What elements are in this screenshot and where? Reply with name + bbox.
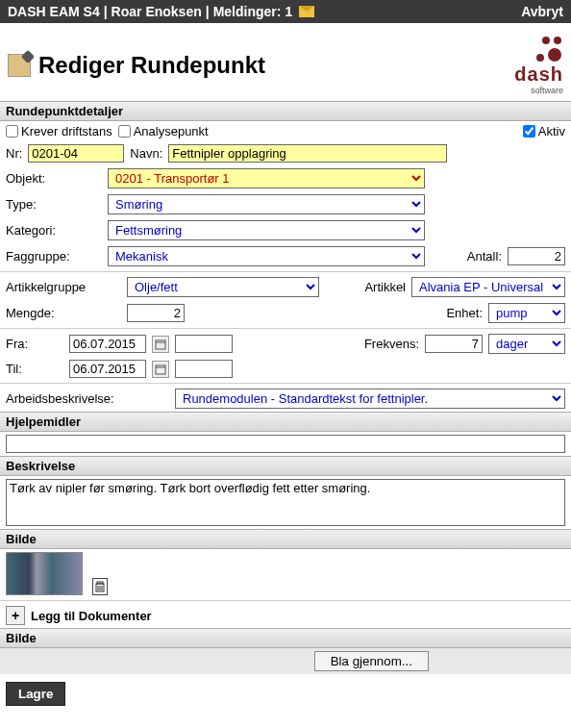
section-rundepunktdetaljer: Rundepunktdetaljer (0, 101, 571, 121)
frekvens-unit-select[interactable]: dager (488, 334, 565, 354)
topbar-left: DASH EAM S4 | Roar Enoksen | Meldinger: … (8, 4, 314, 19)
objekt-select[interactable]: 0201 - Transportør 1 (108, 168, 425, 188)
arbeidsbeskrivelse-label: Arbeidsbeskrivelse: (6, 391, 169, 406)
add-document-button[interactable]: + (6, 606, 25, 625)
file-browse-row: Bla gjennom... (0, 648, 571, 674)
page-title: Rediger Rundepunkt (38, 52, 265, 79)
section-beskrivelse: Beskrivelse (0, 456, 571, 476)
fra-date-input[interactable] (69, 335, 146, 353)
artikkelgruppe-label: Artikkelgruppe (6, 280, 121, 294)
kategori-label: Kategori: (6, 223, 102, 238)
objekt-label: Objekt: (6, 171, 102, 186)
svg-rect-0 (156, 340, 165, 349)
antall-input[interactable] (508, 247, 565, 265)
hjelpemidler-input[interactable] (6, 435, 565, 453)
type-select[interactable]: Smøring (108, 194, 425, 214)
section-hjelpemidler: Hjelpemidler (0, 412, 571, 432)
add-document-label: Legg til Dokumenter (31, 609, 152, 623)
section-bilde-1: Bilde (0, 529, 571, 549)
navn-label: Navn: (130, 146, 162, 161)
arbeidsbeskrivelse-select[interactable]: Rundemodulen - Standardtekst for fettnip… (175, 389, 565, 409)
til-label: Til: (6, 362, 63, 376)
fra-time-input[interactable] (175, 335, 233, 353)
faggruppe-select[interactable]: Mekanisk (108, 246, 425, 266)
mengde-input[interactable] (127, 304, 185, 322)
messages-count: 1 (285, 4, 292, 19)
fra-calendar-icon[interactable] (152, 336, 169, 353)
envelope-icon[interactable] (299, 6, 314, 17)
krever-driftstans-checkbox[interactable]: Krever driftstans (6, 124, 112, 138)
section-bilde-2: Bilde (0, 628, 571, 648)
til-calendar-icon[interactable] (152, 361, 169, 378)
cancel-link[interactable]: Avbryt (521, 4, 563, 19)
page-header: Rediger Rundepunkt dash software (0, 23, 571, 101)
artikkel-label: Artikkel (364, 280, 406, 294)
kategori-select[interactable]: Fettsmøring (108, 220, 425, 240)
artikkel-select[interactable]: Alvania EP - Universal EP- (411, 277, 565, 297)
antall-label: Antall: (467, 249, 502, 264)
analysepunkt-checkbox[interactable]: Analysepunkt (118, 124, 209, 138)
logo: dash software (514, 35, 563, 95)
top-bar: DASH EAM S4 | Roar Enoksen | Meldinger: … (0, 0, 571, 23)
enhet-label: Enhet: (446, 306, 483, 320)
frekvens-label: Frekvens: (364, 337, 419, 351)
delete-image-button[interactable] (92, 578, 108, 595)
aktiv-checkbox[interactable]: Aktiv (523, 124, 565, 138)
mengde-label: Mengde: (6, 306, 121, 320)
nr-label: Nr: (6, 146, 22, 161)
nr-input[interactable] (28, 144, 124, 163)
til-time-input[interactable] (175, 360, 233, 378)
user-name: Roar Enoksen (112, 4, 202, 19)
navn-input[interactable] (168, 144, 447, 163)
save-button[interactable]: Lagre (6, 682, 65, 706)
browse-button[interactable]: Bla gjennom... (314, 651, 429, 671)
app-name: DASH EAM S4 (8, 4, 100, 19)
type-label: Type: (6, 197, 102, 212)
svg-rect-2 (156, 365, 165, 374)
faggruppe-label: Faggruppe: (6, 249, 102, 264)
til-date-input[interactable] (69, 360, 146, 378)
frekvens-input[interactable] (425, 335, 483, 353)
beskrivelse-textarea[interactable]: Tørk av nipler før smøring. Tørk bort ov… (6, 479, 565, 526)
image-thumbnail[interactable] (6, 552, 83, 595)
artikkelgruppe-select[interactable]: Olje/fett (127, 277, 319, 297)
enhet-select[interactable]: pump (488, 303, 565, 323)
edit-note-icon (8, 54, 31, 77)
svg-rect-8 (97, 582, 103, 584)
fra-label: Fra: (6, 337, 63, 351)
messages-label: Meldinger: (213, 4, 282, 19)
